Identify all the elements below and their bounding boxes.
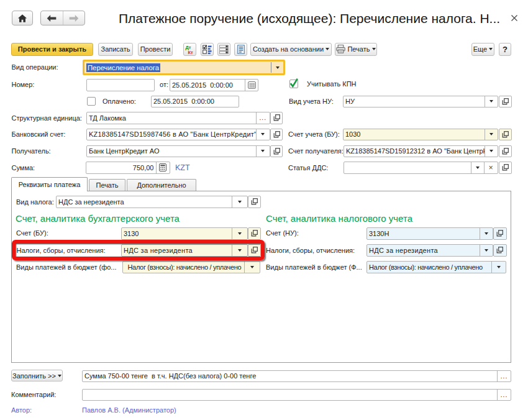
svg-text:Кт: Кт [188, 49, 194, 54]
